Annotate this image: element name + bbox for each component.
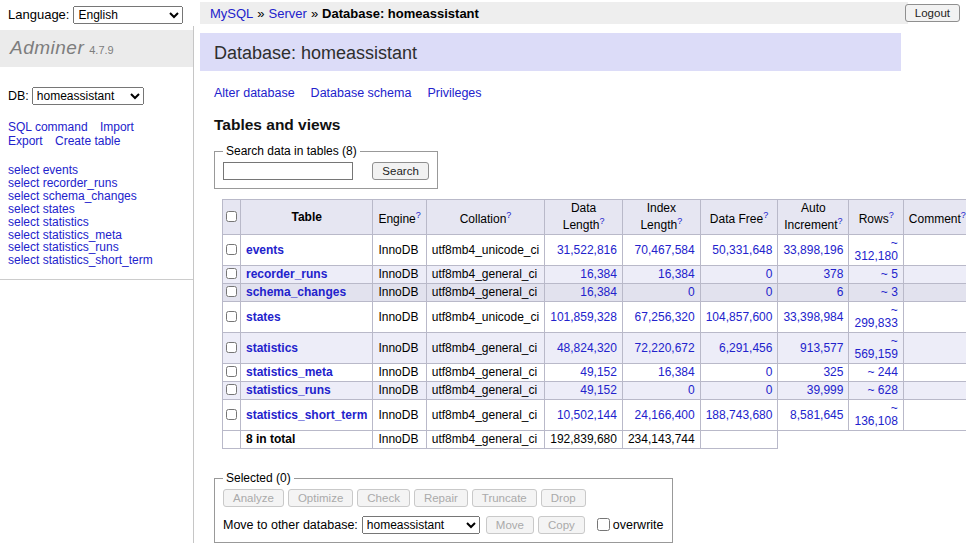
data-free-cell: 0 (700, 266, 778, 284)
select-table-link[interactable]: select statistics (8, 216, 193, 229)
collation-cell: utf8mb4_unicode_ci (426, 302, 544, 333)
help-icon[interactable]: ? (506, 210, 511, 220)
table-name-link[interactable]: statistics (246, 341, 298, 355)
data-length-link[interactable]: 16,384 (580, 267, 617, 281)
help-icon[interactable]: ? (416, 210, 421, 220)
move-button[interactable]: Move (486, 516, 534, 534)
data-free-link[interactable]: 0 (766, 365, 773, 379)
auto-increment-link[interactable]: 325 (823, 365, 843, 379)
select-all-checkbox[interactable] (226, 211, 237, 222)
help-icon[interactable]: ? (677, 216, 682, 226)
auto-increment-link[interactable]: 8,581,645 (790, 408, 843, 422)
data-free-link[interactable]: 0 (766, 383, 773, 397)
rows-link[interactable]: ~ 312,180 (854, 236, 897, 263)
data-length-link[interactable]: 10,502,144 (557, 408, 617, 422)
index-length-link[interactable]: 24,166,400 (635, 408, 695, 422)
rows-link[interactable]: ~ 5 (881, 267, 898, 281)
data-free-link[interactable]: 6,291,456 (719, 341, 772, 355)
rows-link[interactable]: ~ 3 (881, 285, 898, 299)
data-length-link[interactable]: 48,824,320 (557, 341, 617, 355)
selected-action-button[interactable]: Optimize (288, 489, 353, 507)
row-checkbox[interactable] (226, 286, 237, 297)
select-table-link[interactable]: select schema_changes (8, 190, 193, 203)
help-icon[interactable]: ? (889, 210, 894, 220)
overwrite-checkbox[interactable] (597, 518, 610, 531)
help-icon[interactable]: ? (838, 216, 843, 226)
db-select[interactable]: homeassistant (32, 87, 144, 105)
help-icon[interactable]: ? (961, 210, 966, 220)
data-free-link[interactable]: 104,857,600 (706, 310, 773, 324)
row-checkbox[interactable] (226, 268, 237, 279)
move-db-select[interactable]: homeassistant (362, 516, 480, 534)
total-engine: InnoDB (373, 431, 426, 449)
data-free-link[interactable]: 0 (766, 267, 773, 281)
select-table-link[interactable]: select states (8, 203, 193, 216)
auto-increment-link[interactable]: 6 (837, 285, 844, 299)
data-length-link[interactable]: 49,152 (580, 383, 617, 397)
data-length-link[interactable]: 31,522,816 (557, 243, 617, 257)
auto-increment-link[interactable]: 33,898,196 (783, 243, 843, 257)
rows-link[interactable]: ~ 628 (867, 383, 897, 397)
search-button[interactable]: Search (372, 162, 428, 180)
table-name-link[interactable]: statistics_short_term (246, 408, 367, 422)
table-name-link[interactable]: events (246, 243, 284, 257)
copy-button[interactable]: Copy (538, 516, 585, 534)
row-checkbox[interactable] (226, 342, 237, 353)
selected-action-button[interactable]: Repair (414, 489, 468, 507)
table-name-link[interactable]: schema_changes (246, 285, 346, 299)
data-length-link[interactable]: 101,859,328 (550, 310, 617, 324)
row-checkbox[interactable] (226, 409, 237, 420)
auto-increment-link[interactable]: 39,999 (807, 383, 844, 397)
index-length-link[interactable]: 0 (688, 285, 695, 299)
index-length-link[interactable]: 0 (688, 383, 695, 397)
rows-cell: ~ 5 (849, 266, 903, 284)
export-link[interactable]: Export (8, 134, 43, 148)
selected-action-button[interactable]: Check (357, 489, 410, 507)
table-name-link[interactable]: statistics_meta (246, 365, 333, 379)
index-length-link[interactable]: 16,384 (658, 365, 695, 379)
selected-action-button[interactable]: Drop (541, 489, 586, 507)
search-input[interactable] (223, 162, 353, 180)
auto-increment-link[interactable]: 33,398,984 (783, 310, 843, 324)
rows-link[interactable]: ~ 136,108 (854, 401, 897, 428)
auto-increment-link[interactable]: 913,577 (800, 341, 843, 355)
select-table-link[interactable]: select events (8, 164, 193, 177)
breadcrumb-mysql-link[interactable]: MySQL (210, 6, 253, 21)
db-action-link[interactable]: Database schema (311, 86, 412, 100)
help-icon[interactable]: ? (763, 210, 768, 220)
index-length-link[interactable]: 72,220,672 (635, 341, 695, 355)
logout-button[interactable]: Logout (905, 4, 960, 22)
selected-action-button[interactable]: Analyze (223, 489, 284, 507)
selected-action-button[interactable]: Truncate (472, 489, 537, 507)
create-table-sidebar-link[interactable]: Create table (55, 134, 120, 148)
table-name-link[interactable]: states (246, 310, 281, 324)
row-checkbox[interactable] (226, 366, 237, 377)
breadcrumb-server-link[interactable]: Server (269, 6, 307, 21)
data-free-link[interactable]: 188,743,680 (706, 408, 773, 422)
data-length-link[interactable]: 16,384 (580, 285, 617, 299)
help-icon[interactable]: ? (599, 216, 604, 226)
select-table-link[interactable]: select recorder_runs (8, 177, 193, 190)
table-name-link[interactable]: recorder_runs (246, 267, 327, 281)
auto-increment-link[interactable]: 378 (823, 267, 843, 281)
language-select[interactable]: English (73, 6, 183, 24)
import-link[interactable]: Import (100, 120, 134, 134)
db-action-link[interactable]: Alter database (214, 86, 295, 100)
rows-link[interactable]: ~ 299,833 (854, 303, 897, 330)
index-length-link[interactable]: 16,384 (658, 267, 695, 281)
row-checkbox[interactable] (226, 384, 237, 395)
total-data-length: 192,839,680 (545, 431, 623, 449)
index-length-link[interactable]: 67,256,320 (635, 310, 695, 324)
index-length-link[interactable]: 70,467,584 (635, 243, 695, 257)
rows-link[interactable]: ~ 569,159 (854, 334, 897, 361)
select-table-link[interactable]: select statistics_short_term (8, 254, 193, 267)
data-free-link[interactable]: 0 (766, 285, 773, 299)
data-length-link[interactable]: 49,152 (580, 365, 617, 379)
db-action-link[interactable]: Privileges (427, 86, 481, 100)
rows-link[interactable]: ~ 244 (867, 365, 897, 379)
table-name-link[interactable]: statistics_runs (246, 383, 331, 397)
data-free-link[interactable]: 50,331,648 (712, 243, 772, 257)
row-checkbox[interactable] (226, 311, 237, 322)
row-checkbox[interactable] (226, 244, 237, 255)
sql-command-link[interactable]: SQL command (8, 120, 88, 134)
